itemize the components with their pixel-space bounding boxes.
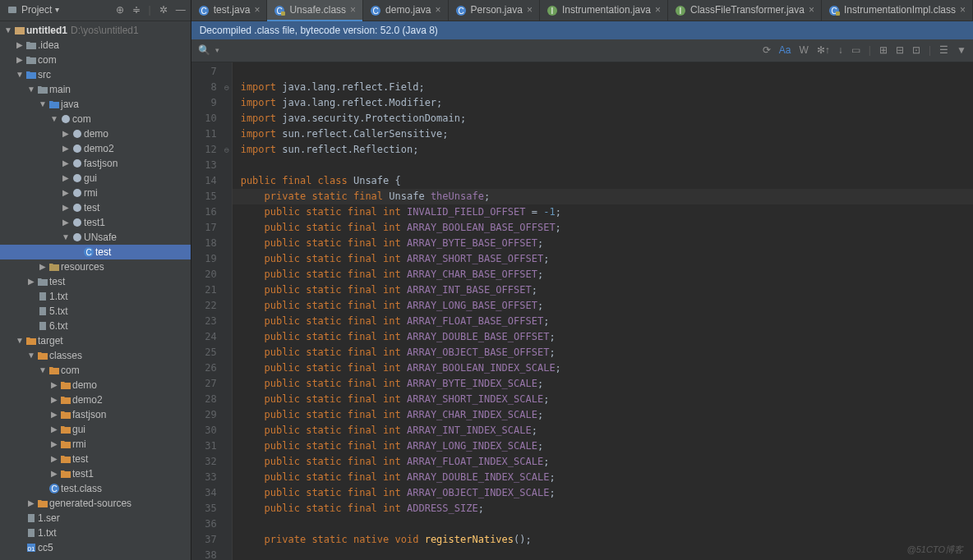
locate-icon[interactable]: ⊕ (116, 4, 124, 16)
tree-node[interactable]: ▶test1 (0, 466, 191, 481)
line-number[interactable]: 29 (191, 407, 232, 423)
code-line[interactable]: public static final int ARRAY_OBJECT_IND… (241, 485, 973, 501)
code-line[interactable]: public static final int ARRAY_LONG_INDEX… (241, 438, 973, 454)
code-line[interactable]: public static final int ARRAY_BOOLEAN_BA… (241, 220, 973, 236)
line-number[interactable]: 26 (191, 360, 232, 376)
code-line[interactable] (241, 548, 973, 560)
code-line[interactable]: public static final int ARRAY_BYTE_BASE_… (241, 236, 973, 251)
select-all-icon[interactable]: ▭ (851, 44, 860, 56)
line-number[interactable]: 34 (191, 485, 232, 501)
line-number[interactable]: 18 (191, 236, 232, 251)
tree-node[interactable]: ▼java (0, 97, 191, 112)
code-line[interactable]: private static final Unsafe theUnsafe; (233, 189, 973, 204)
editor-tab[interactable]: Cdemo.java× (363, 0, 448, 21)
code-line[interactable]: public static final int ARRAY_INT_INDEX_… (241, 423, 973, 438)
project-tree[interactable]: ▼untitled1D:\yos\untitled1▶.idea▶com▼src… (0, 21, 191, 560)
settings-icon[interactable]: ☰ (939, 44, 948, 56)
line-number[interactable]: 33 (191, 470, 232, 485)
code-line[interactable]: import sun.reflect.Reflection; (241, 142, 973, 158)
line-number[interactable]: 16 (191, 204, 232, 220)
tree-node[interactable]: 1.txt (0, 526, 191, 540)
line-number[interactable]: 9 (191, 95, 232, 111)
tree-node[interactable]: ▶fastjson (0, 407, 191, 422)
tree-node[interactable]: ▶demo2 (0, 392, 191, 407)
regex-icon[interactable]: ⟳ (763, 44, 771, 56)
line-number[interactable]: 32 (191, 454, 232, 470)
line-number[interactable]: 12 (191, 142, 232, 158)
code-line[interactable]: public static final int ARRAY_SHORT_BASE… (241, 251, 973, 267)
code-line[interactable]: public static final int INVALID_FIELD_OF… (241, 204, 973, 220)
tree-node[interactable]: ▼com (0, 112, 191, 126)
line-number[interactable]: 7 (191, 64, 232, 80)
line-number[interactable]: 24 (191, 329, 232, 345)
code-line[interactable]: public static final int ARRAY_SHORT_INDE… (241, 392, 973, 407)
code-line[interactable]: public static final int ARRAY_CHAR_BASE_… (241, 267, 973, 282)
match-case-toggle[interactable]: Aa (779, 44, 791, 56)
tree-node[interactable]: ▶resources (0, 259, 191, 274)
words-toggle[interactable]: W (800, 44, 809, 56)
toggle-icon[interactable]: ⊡ (912, 44, 920, 56)
editor-tab[interactable]: IInstrumentation.java× (540, 0, 668, 21)
next-match-icon[interactable]: ↓ (838, 44, 843, 56)
line-number[interactable]: 35 (191, 501, 232, 516)
line-number[interactable]: 21 (191, 282, 232, 298)
close-icon[interactable]: × (809, 4, 814, 16)
code-line[interactable]: public static final int ARRAY_FLOAT_BASE… (241, 314, 973, 329)
tree-node[interactable]: ▶demo2 (0, 141, 191, 156)
close-icon[interactable]: × (527, 4, 533, 16)
line-number[interactable]: 10 (191, 111, 232, 126)
close-icon[interactable]: × (655, 4, 661, 16)
code-viewport[interactable]: 7891011121314151617181920212223242526272… (191, 62, 973, 560)
line-number[interactable]: 14 (191, 173, 232, 189)
tree-node[interactable]: ▶test (0, 452, 191, 466)
line-number[interactable]: 19 (191, 251, 232, 267)
editor-tab[interactable]: CUnsafe.class× (267, 0, 363, 21)
search-icon[interactable]: 🔍 (198, 44, 210, 56)
regex-toggle[interactable]: ✻ (817, 44, 825, 56)
code-line[interactable]: public static final int ARRAY_LONG_BASE_… (241, 298, 973, 314)
editor-tab[interactable]: Ctest.java× (191, 0, 268, 21)
code-line[interactable] (241, 516, 973, 532)
tree-node[interactable]: ▶rmi (0, 186, 191, 200)
editor-tab[interactable]: CPerson.java× (449, 0, 540, 21)
line-number[interactable]: 17 (191, 220, 232, 236)
code-line[interactable]: public static final int ARRAY_CHAR_INDEX… (241, 407, 973, 423)
tree-node[interactable]: ▶demo (0, 126, 191, 141)
prev-match-icon[interactable]: ↑ (825, 44, 830, 56)
code-line[interactable] (241, 158, 973, 173)
line-number[interactable]: 28 (191, 392, 232, 407)
code-line[interactable]: import java.lang.reflect.Field; (241, 80, 973, 95)
line-number[interactable]: 23 (191, 314, 232, 329)
minimize-icon[interactable]: — (176, 4, 186, 16)
project-dropdown[interactable]: Project ▾ (0, 4, 116, 16)
line-number[interactable]: 13 (191, 158, 232, 173)
line-number[interactable]: 25 (191, 345, 232, 360)
tree-node[interactable]: ▶.idea (0, 38, 191, 53)
tree-node[interactable]: ▼main (0, 82, 191, 97)
tree-node[interactable]: ▶test (0, 274, 191, 289)
line-number[interactable]: 38 (191, 548, 232, 560)
collapse-icon[interactable]: ≑ (132, 4, 141, 16)
tree-node[interactable]: 1.ser (0, 511, 191, 526)
line-number[interactable]: 8 (191, 80, 232, 95)
tree-node[interactable]: Ctest.class (0, 481, 191, 496)
close-icon[interactable]: × (254, 4, 260, 16)
tree-node[interactable]: ▶test (0, 200, 191, 215)
line-number[interactable]: 27 (191, 376, 232, 392)
tree-node[interactable]: ▼classes (0, 348, 191, 363)
remove-selection-icon[interactable]: ⊟ (896, 44, 904, 56)
tree-node[interactable]: 5.txt (0, 304, 191, 319)
tree-node[interactable]: ▶gui (0, 171, 191, 186)
line-number[interactable]: 37 (191, 532, 232, 548)
close-icon[interactable]: × (960, 4, 966, 16)
line-number[interactable]: 20 (191, 267, 232, 282)
tree-node[interactable]: ▶gui (0, 422, 191, 437)
code-line[interactable]: public static final int ARRAY_BOOLEAN_IN… (241, 360, 973, 376)
code-line[interactable]: public final class Unsafe { (241, 173, 973, 189)
code-line[interactable]: public static final int ADDRESS_SIZE; (241, 501, 973, 516)
close-icon[interactable]: × (350, 4, 356, 16)
code-line[interactable]: public static final int ARRAY_DOUBLE_BAS… (241, 329, 973, 345)
tree-node[interactable]: ▶test1 (0, 215, 191, 230)
line-number[interactable]: 31 (191, 438, 232, 454)
code-line[interactable]: import java.security.ProtectionDomain; (241, 111, 973, 126)
